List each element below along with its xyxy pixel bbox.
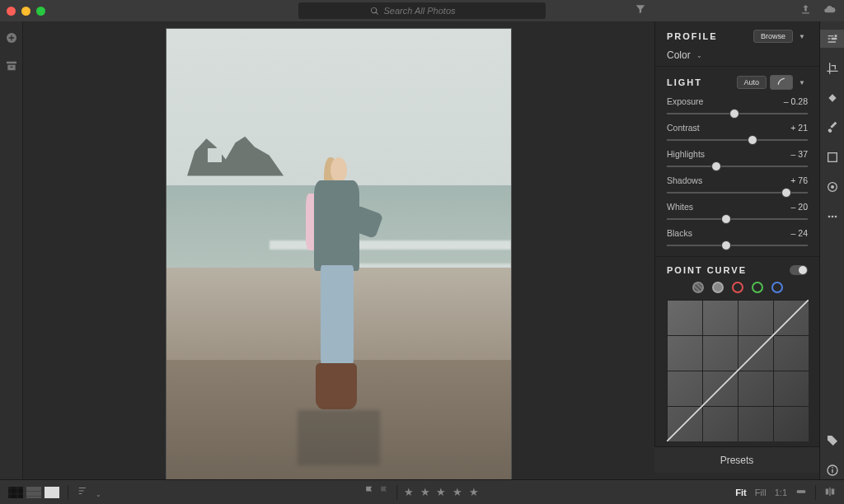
search-bar[interactable]: [298, 2, 546, 19]
browse-profiles-button[interactable]: Browse: [753, 30, 793, 43]
bottom-bar: ⌄ ★ ★ ★ ★ ★ Fit Fill 1:1: [0, 479, 844, 504]
filter-button[interactable]: [635, 3, 646, 18]
profile-menu-caret[interactable]: ▼: [796, 33, 808, 40]
slider-knob[interactable]: [721, 240, 731, 250]
view-mode-switcher: [8, 487, 59, 498]
channel-luminance[interactable]: [712, 282, 724, 293]
channel-parametric[interactable]: [692, 282, 704, 293]
slider-knob[interactable]: [729, 109, 739, 119]
slider-label: Exposure: [667, 96, 703, 106]
tag-icon: [826, 434, 839, 447]
edit-panel: PROFILE Browse ▼ Color ⌄ LIGHT: [654, 21, 819, 446]
chevron-down-icon: ⌄: [694, 52, 705, 59]
brush-icon: [826, 121, 839, 134]
chevron-down-icon: ⌄: [93, 491, 104, 498]
search-input[interactable]: [384, 6, 475, 16]
crop-tool[interactable]: [820, 59, 845, 77]
slider-exposure: Exposure– 0.28: [667, 96, 808, 119]
slider-track[interactable]: [667, 213, 808, 225]
linear-gradient-tool[interactable]: [820, 148, 845, 166]
funnel-icon: [635, 3, 646, 15]
search-icon: [370, 7, 379, 16]
radial-gradient-tool[interactable]: [820, 178, 845, 196]
bandage-icon: [826, 91, 839, 105]
edit-tool[interactable]: [820, 30, 845, 48]
zoom-slider-icon: [795, 486, 807, 497]
close-window-button[interactable]: [7, 7, 16, 16]
slider-shadows: Shadows+ 76: [667, 175, 808, 198]
flag-pick-button[interactable]: [363, 485, 375, 500]
brush-tool[interactable]: [820, 119, 845, 137]
slider-label: Highlights: [667, 149, 705, 159]
slider-value: + 21: [790, 123, 808, 133]
tone-curve-editor[interactable]: [667, 300, 809, 441]
curve-icon: [777, 77, 785, 86]
profile-title: PROFILE: [667, 31, 718, 41]
zoom-fill-button[interactable]: Fill: [755, 488, 767, 497]
auto-light-button[interactable]: Auto: [737, 76, 767, 89]
profile-mode-label: Color: [667, 49, 691, 61]
flag-reject-button[interactable]: [378, 485, 390, 500]
compare-view-button[interactable]: [824, 486, 836, 499]
slider-value: – 0.28: [784, 96, 808, 106]
sort-button[interactable]: ⌄: [77, 485, 104, 500]
add-photos-button[interactable]: [5, 31, 18, 48]
tone-curve-toggle[interactable]: [770, 75, 793, 90]
more-tools[interactable]: [820, 208, 845, 226]
slider-value: + 76: [790, 175, 808, 185]
tag-tool[interactable]: [820, 432, 845, 450]
channel-green[interactable]: [752, 282, 763, 293]
presets-button[interactable]: Presets: [654, 446, 819, 473]
archive-button[interactable]: [5, 59, 18, 76]
minimize-window-button[interactable]: [21, 7, 30, 16]
canvas-area[interactable]: [23, 21, 654, 479]
svg-point-5: [828, 216, 830, 218]
flag-reject-icon: [378, 485, 390, 497]
zoom-fit-button[interactable]: Fit: [735, 488, 746, 497]
slider-label: Contrast: [667, 123, 700, 133]
maximize-window-button[interactable]: [36, 7, 45, 16]
zoom-1to1-button[interactable]: 1:1: [775, 488, 787, 497]
slider-track[interactable]: [667, 187, 808, 198]
info-tool[interactable]: [820, 461, 845, 479]
slider-knob[interactable]: [781, 188, 791, 198]
photo-preview[interactable]: [166, 28, 512, 489]
archive-icon: [5, 59, 18, 72]
radial-gradient-icon: [826, 180, 839, 194]
presets-label: Presets: [720, 455, 754, 466]
point-curve-title: POINT CURVE: [667, 265, 747, 275]
svg-point-6: [831, 216, 833, 218]
slider-track[interactable]: [667, 161, 808, 172]
healing-tool[interactable]: [820, 89, 845, 107]
slider-track[interactable]: [667, 240, 808, 251]
grid-view-button[interactable]: [8, 487, 23, 498]
slider-knob[interactable]: [748, 135, 757, 145]
slider-highlights: Highlights– 37: [667, 149, 808, 172]
svg-rect-2: [828, 153, 837, 162]
square-grid-view-button[interactable]: [26, 487, 41, 498]
single-view-button[interactable]: [45, 487, 59, 498]
slider-track[interactable]: [667, 108, 808, 119]
slider-track[interactable]: [667, 134, 808, 146]
svg-point-7: [834, 216, 837, 218]
share-button[interactable]: [799, 3, 812, 19]
point-curve-section: POINT CURVE: [655, 257, 819, 446]
cloud-sync-button[interactable]: [823, 3, 836, 19]
light-title: LIGHT: [667, 77, 702, 87]
slider-knob[interactable]: [711, 161, 721, 171]
light-section: LIGHT Auto ▼ Exposure– 0.28Contrast+ 21H…: [655, 67, 819, 257]
info-icon: [826, 464, 839, 477]
point-curve-toggle[interactable]: [790, 265, 808, 275]
zoom-slider-button[interactable]: [795, 486, 807, 499]
window-controls: [7, 7, 45, 16]
cloud-icon: [823, 3, 836, 16]
channel-red[interactable]: [732, 282, 743, 293]
profile-selector[interactable]: Color ⌄: [667, 49, 808, 61]
slider-label: Whites: [667, 202, 693, 212]
channel-blue[interactable]: [771, 282, 783, 293]
slider-knob[interactable]: [721, 214, 731, 224]
light-menu-caret[interactable]: ▼: [796, 79, 808, 86]
rating-stars[interactable]: ★ ★ ★ ★ ★: [404, 486, 480, 498]
svg-line-1: [667, 300, 809, 441]
tool-strip: [819, 21, 844, 479]
